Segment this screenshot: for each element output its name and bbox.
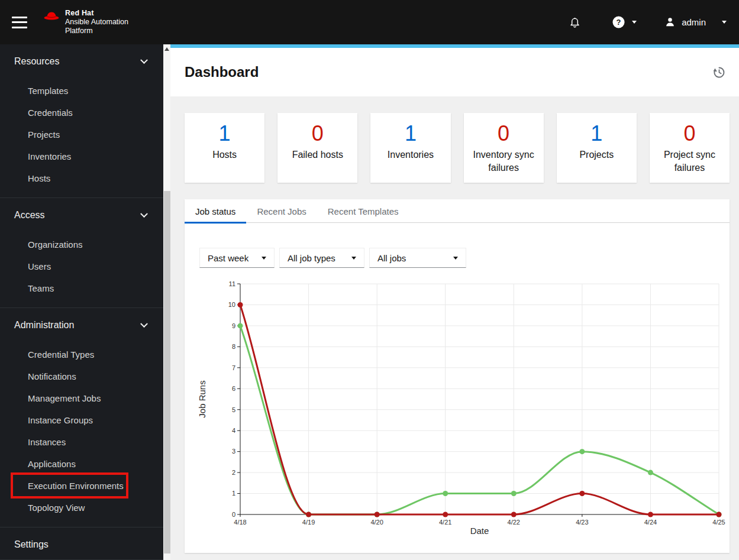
history-icon bbox=[712, 66, 726, 79]
brand-line-1: Red Hat bbox=[65, 9, 128, 18]
sidebar-item-label: Credential Types bbox=[28, 349, 94, 360]
sidebar-item-instance-groups[interactable]: Instance Groups bbox=[0, 409, 163, 431]
svg-text:4/20: 4/20 bbox=[370, 519, 383, 526]
svg-text:3: 3 bbox=[232, 448, 235, 455]
sidebar-item-label: Hosts bbox=[28, 173, 50, 183]
svg-text:4/18: 4/18 bbox=[234, 519, 246, 526]
help-menu-button[interactable]: ? bbox=[612, 15, 637, 29]
sidebar-item-label: Topology View bbox=[28, 503, 85, 513]
svg-text:11: 11 bbox=[229, 280, 235, 287]
dashboard-tabs: Job statusRecent JobsRecent Templates bbox=[185, 199, 730, 223]
dashboard-history-button[interactable] bbox=[712, 66, 726, 79]
app-root: Red Hat Ansible Automation Platform ? bbox=[0, 0, 739, 560]
brand-line-2: Ansible Automation bbox=[65, 18, 128, 27]
nav-group-label: Access bbox=[14, 210, 45, 221]
summary-card-projects: 1Projects bbox=[557, 113, 637, 183]
svg-text:4/24: 4/24 bbox=[644, 519, 657, 526]
svg-text:7: 7 bbox=[232, 364, 235, 371]
sidebar-item-execution-environments[interactable]: Execution Environments bbox=[0, 475, 163, 497]
summary-cards-row: 1Hosts0Failed hosts1Inventories0Inventor… bbox=[185, 113, 730, 183]
svg-text:Job Runs: Job Runs bbox=[197, 380, 207, 417]
sidebar-item-label: Instance Groups bbox=[28, 415, 93, 425]
svg-text:10: 10 bbox=[228, 301, 235, 308]
sidebar-item-hosts[interactable]: Hosts bbox=[0, 167, 163, 189]
sidebar-item-credential-types[interactable]: Credential Types bbox=[0, 344, 163, 365]
svg-text:?: ? bbox=[617, 18, 621, 27]
nav-group-label: Administration bbox=[14, 320, 74, 331]
svg-text:2: 2 bbox=[232, 469, 235, 476]
sidebar-item-label: Users bbox=[28, 261, 51, 271]
card-label: Hosts bbox=[212, 148, 237, 161]
filter-select-all-job-types[interactable]: All job types bbox=[279, 248, 364, 268]
card-value[interactable]: 0 bbox=[683, 120, 695, 147]
sidebar-item-topology-view[interactable]: Topology View bbox=[0, 497, 163, 519]
card-label: Inventory sync failures bbox=[470, 148, 538, 174]
tab-recent-jobs[interactable]: Recent Jobs bbox=[246, 199, 317, 223]
card-value[interactable]: 1 bbox=[590, 120, 602, 147]
scrollbar-up-arrow-icon[interactable] bbox=[164, 47, 169, 51]
masthead: Red Hat Ansible Automation Platform ? bbox=[0, 0, 739, 44]
sidebar-item-templates[interactable]: Templates bbox=[0, 80, 163, 102]
nav-group-settings[interactable]: Settings bbox=[0, 537, 163, 552]
hamburger-icon bbox=[12, 17, 27, 18]
sidebar-item-users[interactable]: Users bbox=[0, 255, 163, 277]
sidebar-item-teams[interactable]: Teams bbox=[0, 277, 163, 299]
user-menu-button[interactable]: admin bbox=[664, 16, 727, 28]
filter-select-all-jobs[interactable]: All jobs bbox=[369, 248, 466, 268]
card-value[interactable]: 0 bbox=[498, 120, 509, 147]
sidebar-item-applications[interactable]: Applications bbox=[0, 453, 163, 475]
nav-section-resources: ResourcesTemplatesCredentialsProjectsInv… bbox=[0, 44, 163, 198]
sidebar-item-instances[interactable]: Instances bbox=[0, 431, 163, 453]
notifications-button[interactable] bbox=[569, 15, 581, 29]
summary-card-project-sync-failures: 0Project sync failures bbox=[650, 113, 730, 183]
chevron-down-icon bbox=[453, 257, 458, 260]
nav-group-label: Settings bbox=[14, 539, 49, 550]
chevron-down-icon bbox=[140, 320, 148, 328]
sidebar-item-organizations[interactable]: Organizations bbox=[0, 234, 163, 255]
svg-text:4/19: 4/19 bbox=[302, 519, 315, 526]
summary-card-inventory-sync-failures: 0Inventory sync failures bbox=[464, 113, 544, 183]
sidebar-item-label: Inventories bbox=[28, 151, 71, 161]
nav-toggle-button[interactable] bbox=[12, 17, 27, 28]
job-status-chart: 012345678910114/184/194/204/214/224/234/… bbox=[195, 275, 730, 540]
card-label: Inventories bbox=[388, 148, 434, 161]
nav-item-list: OrganizationsUsersTeams bbox=[0, 234, 163, 299]
sidebar-item-inventories[interactable]: Inventories bbox=[0, 145, 163, 167]
sidebar: ResourcesTemplatesCredentialsProjectsInv… bbox=[0, 44, 163, 560]
card-value[interactable]: 1 bbox=[219, 120, 231, 147]
sidebar-item-projects[interactable]: Projects bbox=[0, 124, 163, 145]
nav-group-administration[interactable]: Administration bbox=[0, 318, 163, 333]
card-value[interactable]: 1 bbox=[405, 120, 417, 147]
brand-line-3: Platform bbox=[65, 27, 128, 35]
tab-recent-templates[interactable]: Recent Templates bbox=[317, 199, 409, 223]
sidebar-item-management-jobs[interactable]: Management Jobs bbox=[0, 387, 163, 409]
sidebar-item-label: Credentials bbox=[28, 108, 73, 118]
nav-section-settings: Settings bbox=[0, 527, 163, 560]
chevron-down-icon bbox=[722, 21, 727, 24]
card-label: Projects bbox=[579, 148, 614, 161]
chevron-down-icon bbox=[351, 257, 356, 260]
card-value[interactable]: 0 bbox=[312, 120, 324, 147]
summary-card-inventories: 1Inventories bbox=[370, 113, 450, 183]
sidebar-item-label: Notifications bbox=[28, 371, 76, 381]
tab-label: Job status bbox=[195, 206, 235, 216]
sidebar-item-credentials[interactable]: Credentials bbox=[0, 102, 163, 124]
redhat-hat-icon bbox=[43, 9, 60, 22]
sidebar-scrollbar-thumb[interactable] bbox=[164, 191, 170, 553]
tab-label: Recent Jobs bbox=[257, 206, 306, 216]
card-label: Failed hosts bbox=[292, 148, 343, 161]
tab-job-status[interactable]: Job status bbox=[185, 199, 246, 223]
filter-select-past-week[interactable]: Past week bbox=[199, 248, 275, 268]
job-status-panel: Job statusRecent JobsRecent Templates Pa… bbox=[185, 199, 730, 553]
sidebar-scrollbar[interactable] bbox=[163, 44, 170, 560]
brand-logo[interactable]: Red Hat Ansible Automation Platform bbox=[43, 9, 128, 35]
svg-text:8: 8 bbox=[232, 343, 235, 350]
svg-text:4: 4 bbox=[232, 427, 235, 434]
chevron-down-icon bbox=[140, 56, 148, 64]
nav-group-access[interactable]: Access bbox=[0, 208, 163, 223]
sidebar-item-label: Teams bbox=[28, 283, 54, 293]
sidebar-item-notifications[interactable]: Notifications bbox=[0, 365, 163, 387]
nav-group-resources[interactable]: Resources bbox=[0, 54, 163, 69]
chevron-down-icon bbox=[262, 257, 266, 260]
card-label: Project sync failures bbox=[656, 148, 724, 174]
